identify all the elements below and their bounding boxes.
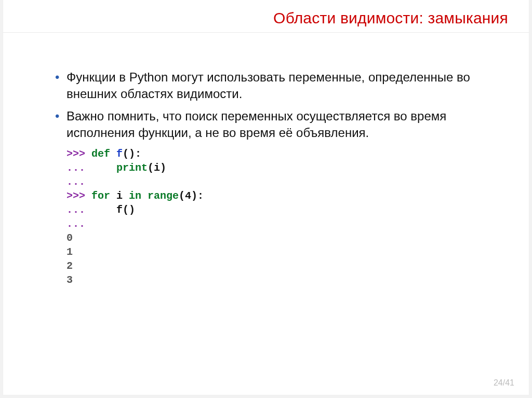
- code-prompt: >>>: [66, 148, 91, 160]
- code-output: 0: [66, 232, 73, 244]
- code-prompt: >>>: [66, 190, 91, 202]
- code-block: >>> def f(): ... print(i) ... >>> for i …: [66, 147, 487, 287]
- code-output: 2: [66, 260, 73, 272]
- code-output: 1: [66, 246, 73, 258]
- code-output: 3: [66, 274, 73, 286]
- code-text: ():: [123, 148, 141, 160]
- code-keyword: def: [91, 148, 116, 160]
- title-bar: Области видимости: замыкания: [3, 0, 529, 33]
- bullet-list: Функции в Python могут использовать пере…: [55, 69, 487, 142]
- slide-title: Области видимости: замыкания: [24, 9, 508, 27]
- code-builtin: range: [148, 190, 179, 202]
- code-keyword: for: [91, 190, 116, 202]
- code-prompt: ...: [66, 162, 116, 174]
- code-prompt: ...: [66, 176, 85, 188]
- code-text: (i): [148, 162, 166, 174]
- code-keyword: in: [129, 190, 148, 202]
- bullet-item: Функции в Python могут использовать пере…: [55, 69, 487, 103]
- code-text: (4):: [179, 190, 204, 202]
- code-prompt: ...: [66, 204, 116, 216]
- code-text: f(): [116, 204, 135, 216]
- code-text: i: [116, 190, 129, 202]
- slide-content: Функции в Python могут использовать пере…: [3, 33, 529, 287]
- code-funcname: f: [116, 148, 123, 160]
- page-number: 24/41: [494, 378, 514, 388]
- slide: Области видимости: замыкания Функции в P…: [3, 0, 529, 395]
- code-builtin: print: [116, 162, 148, 174]
- code-prompt: ...: [66, 218, 85, 230]
- bullet-item: Важно помнить, что поиск переменных осущ…: [55, 108, 487, 142]
